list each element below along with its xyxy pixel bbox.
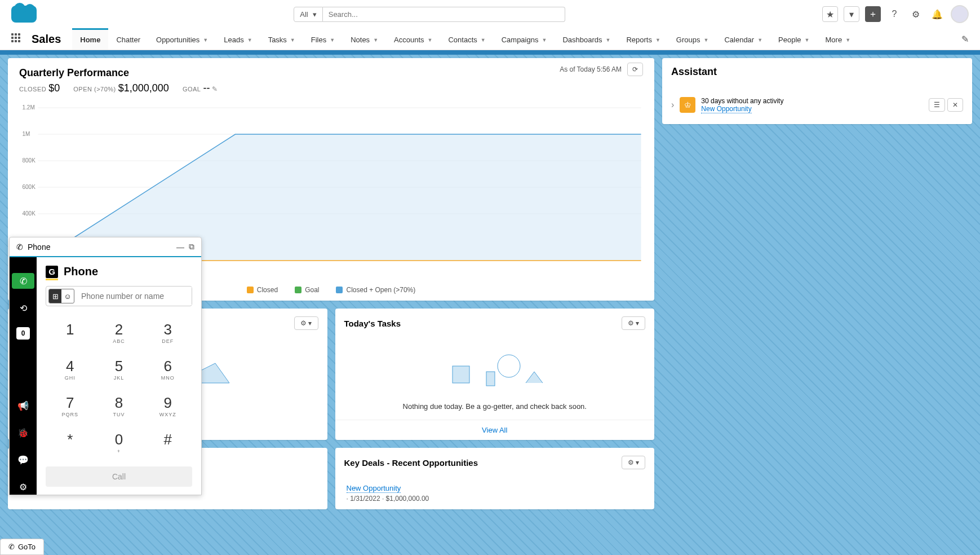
history-tab-icon[interactable]: ⟲ [12,300,34,316]
chevron-down-icon: ▼ [542,37,547,43]
dialkey-*[interactable]: * [46,424,95,461]
chevron-down-icon: ▼ [203,37,208,43]
nav-tab-calendar[interactable]: Calendar▼ [716,28,770,50]
nav-tab-groups[interactable]: Groups▼ [668,28,717,50]
contact-mode-icon[interactable]: ☺ [61,289,74,303]
svg-text:400K: 400K [23,210,36,217]
dialkey-3[interactable]: 3DEF [143,314,192,351]
popout-button[interactable]: ⧉ [189,242,194,252]
crown-badge-icon: ♔ [680,97,695,113]
chevron-down-icon: ▼ [481,37,486,43]
salesforce-logo [11,6,37,23]
dialkey-9[interactable]: 9WXYZ [143,387,192,424]
nav-tab-files[interactable]: Files▼ [303,28,343,50]
goal-value: -- [203,82,210,94]
deal-subtext: · 1/31/2022 · $1,000,000.00 [347,492,644,503]
dialkey-1[interactable]: 1 [46,314,95,351]
phone-panel: ✆ Phone — ⧉ ✆ ⟲ 0 📢 🐞 💬 ⚙ G Phone ⊞ ☺ [9,237,202,495]
setup-gear-icon[interactable]: ⚙ [908,6,924,22]
chevron-right-icon[interactable]: › [671,100,674,110]
deal-link[interactable]: New Opportunity [347,484,401,493]
dialkey-5[interactable]: 5JKL [95,351,144,387]
chat-icon[interactable]: 💬 [12,452,34,468]
edit-goal-pencil-icon[interactable]: ✎ [212,85,218,93]
app-launcher-icon[interactable] [11,33,23,45]
nav-tab-more[interactable]: More▼ [818,28,859,50]
tasks-empty-text: Nothing due today. Be a go-getter, and c… [335,397,655,420]
perf-title: Quarterly Performance [8,58,140,79]
svg-point-14 [498,355,520,377]
tasks-filter-button[interactable]: ⚙ ▾ [622,316,645,330]
favorites-dropdown[interactable]: ▾ [844,6,859,22]
closed-value: $0 [48,82,60,94]
nav-tab-accounts[interactable]: Accounts▼ [386,28,440,50]
nav-tab-home[interactable]: Home [72,28,108,50]
nav-tab-chatter[interactable]: Chatter [108,28,148,50]
dialkey-4[interactable]: 4GHI [46,351,95,387]
chevron-down-icon: ▾ [313,10,317,19]
dialkey-7[interactable]: 7PQRS [46,387,95,424]
refresh-button[interactable]: ⟳ [627,63,643,76]
closed-label: CLOSED [19,86,46,92]
phone-number-input[interactable] [77,287,192,305]
nav-tab-dashboards[interactable]: Dashboards▼ [555,28,618,50]
favorites-button[interactable]: ★ [822,6,838,22]
dialkey-0[interactable]: 0+ [95,424,144,461]
nav-tab-opportunities[interactable]: Opportunities▼ [148,28,216,50]
assist-dismiss-button[interactable]: ✕ [947,98,963,112]
dialkey-6[interactable]: 6MNO [143,351,192,387]
phone-icon: ✆ [8,543,15,551]
tasks-title: Today's Tasks [344,319,401,328]
deals-filter-button[interactable]: ⚙ ▾ [622,456,645,469]
assist-list-button[interactable]: ☰ [929,98,945,112]
chevron-down-icon: ▼ [845,37,850,43]
svg-text:1.2M: 1.2M [23,104,35,111]
edit-nav-pencil-icon[interactable]: ✎ [961,34,969,45]
assistant-title: Assistant [662,58,972,86]
search-scope-dropdown[interactable]: All ▾ [294,7,322,22]
bug-icon[interactable]: 🐞 [12,425,34,441]
user-avatar[interactable] [951,5,969,23]
events-filter-button[interactable]: ⚙ ▾ [294,316,318,330]
settings-gear-icon[interactable]: ⚙ [12,479,34,495]
chevron-down-icon: ▼ [655,37,660,43]
nav-tab-leads[interactable]: Leads▼ [216,28,260,50]
legend-closed: Closed [257,286,278,294]
dialkey-8[interactable]: 8TUV [95,387,144,424]
chevron-down-icon: ▼ [704,37,709,43]
svg-text:Feb: Feb [236,263,246,265]
assist-line1: 30 days without any activity [701,97,923,105]
global-search-input[interactable] [323,7,565,22]
help-icon[interactable]: ? [886,6,902,22]
chevron-down-icon: ▼ [290,37,295,43]
dialkey-#[interactable]: # [143,424,192,461]
tasks-view-all-link[interactable]: View All [482,426,507,434]
nav-tab-reports[interactable]: Reports▼ [618,28,668,50]
dialkey-2[interactable]: 2ABC [95,314,144,351]
svg-rect-15 [486,372,495,386]
app-name: Sales [32,33,61,46]
nav-tab-contacts[interactable]: Contacts▼ [440,28,493,50]
nav-tab-notes[interactable]: Notes▼ [343,28,386,50]
nav-tab-people[interactable]: People▼ [770,28,817,50]
phone-panel-title: Phone [28,243,50,252]
minimize-button[interactable]: — [176,243,184,252]
dialpad-mode-icon[interactable]: ⊞ [49,289,61,303]
add-button[interactable]: ＋ [865,6,881,22]
chevron-down-icon: ▼ [605,37,610,43]
phone-tab-icon[interactable]: ✆ [12,273,34,289]
chevron-down-icon: ▼ [757,37,762,43]
tasks-illustration [335,338,655,397]
assist-link[interactable]: New Opportunity [701,105,751,113]
voicemail-count-badge[interactable]: 0 [16,327,30,340]
nav-tab-campaigns[interactable]: Campaigns▼ [494,28,555,50]
chevron-down-icon: ▼ [428,37,433,43]
call-button[interactable]: Call [46,466,192,487]
svg-text:Mar: Mar [427,263,438,265]
goto-g-logo: G [46,266,58,278]
notifications-bell-icon[interactable]: 🔔 [929,6,945,22]
goal-label: GOAL [183,86,201,92]
goto-footer-tab[interactable]: ✆ GoTo [0,539,44,555]
announce-icon[interactable]: 📢 [12,398,34,413]
nav-tab-tasks[interactable]: Tasks▼ [260,28,303,50]
